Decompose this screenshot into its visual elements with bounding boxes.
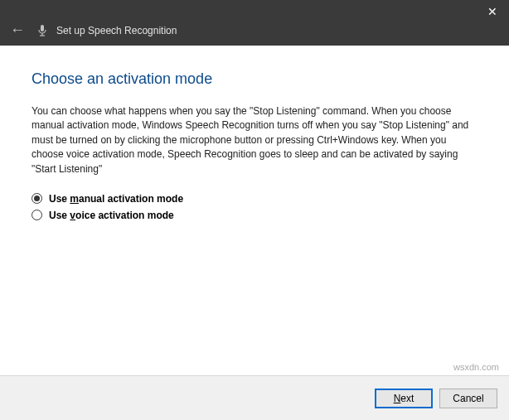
microphone-icon <box>36 24 48 37</box>
radio-label: Use voice activation mode <box>49 210 174 221</box>
watermark: wsxdn.com <box>453 362 499 372</box>
footer-bar: Next Cancel <box>0 375 509 420</box>
radio-button-icon <box>32 210 42 220</box>
radio-button-icon <box>32 193 42 204</box>
cancel-button[interactable]: Cancel <box>439 389 497 408</box>
radio-label: Use manual activation mode <box>49 193 183 205</box>
description-text: You can choose what happens when you say… <box>32 104 471 176</box>
titlebar: ✕ ← Set up Speech Recognition <box>0 0 509 46</box>
page-heading: Choose an activation mode <box>32 70 477 88</box>
window-title: Set up Speech Recognition <box>56 25 177 36</box>
svg-rect-0 <box>41 25 44 31</box>
radio-manual-activation[interactable]: Use manual activation mode <box>32 193 477 205</box>
radio-voice-activation[interactable]: Use voice activation mode <box>32 210 477 221</box>
next-button[interactable]: Next <box>375 389 433 408</box>
content-area: Choose an activation mode You can choose… <box>0 46 509 375</box>
back-arrow-icon[interactable]: ← <box>10 22 25 39</box>
activation-mode-group: Use manual activation mode Use voice act… <box>32 193 477 221</box>
close-icon[interactable]: ✕ <box>487 5 497 18</box>
